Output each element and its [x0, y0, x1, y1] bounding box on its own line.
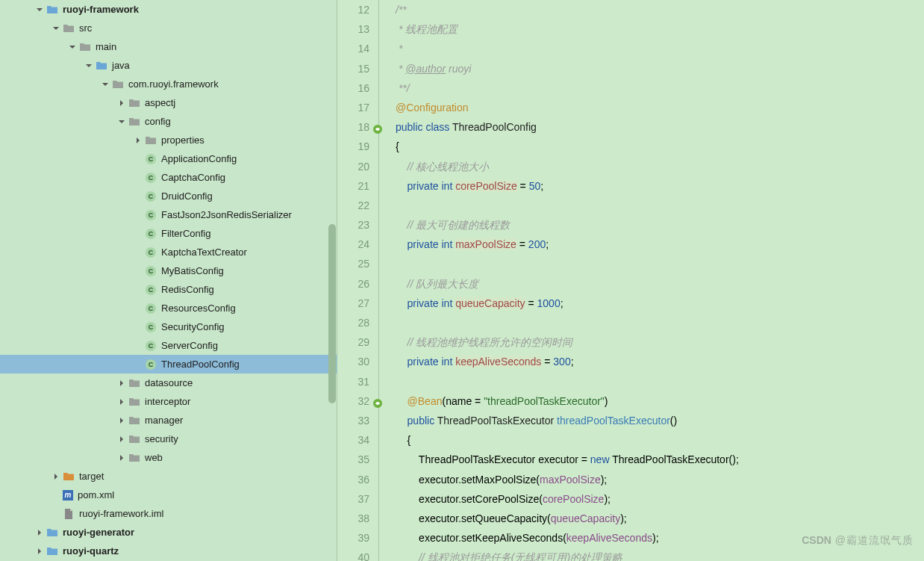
tree-item[interactable]: java [0, 56, 337, 75]
tree-item[interactable]: ruoyi-framework.iml [0, 504, 337, 523]
chevron-icon[interactable] [99, 78, 112, 91]
tree-item[interactable]: src [0, 19, 337, 37]
code-line[interactable]: /** [396, 0, 924, 19]
code-editor[interactable]: 1213141516171819202122232425262728293031… [337, 0, 924, 561]
code-line[interactable]: // 线程池对拒绝任务(无线程可用)的处理策略 [396, 548, 924, 561]
chevron-icon[interactable] [131, 302, 145, 315]
code-line[interactable]: executor.setCorePoolSize(corePoolSize); [396, 489, 924, 509]
chevron-icon[interactable] [49, 22, 63, 35]
chevron-icon[interactable] [49, 470, 63, 483]
code-line[interactable]: private int queueCapacity = 1000; [396, 294, 924, 313]
code-line[interactable]: ThreadPoolTaskExecutor executor = new Th… [396, 450, 924, 469]
chevron-icon[interactable] [33, 3, 46, 16]
chevron-icon[interactable] [115, 414, 128, 427]
class-icon: C [145, 153, 157, 165]
chevron-icon[interactable] [115, 115, 128, 128]
code-line[interactable] [396, 372, 924, 391]
code-line[interactable]: executor.setMaxPoolSize(maxPoolSize); [396, 470, 924, 489]
code-line[interactable]: // 线程池维护线程所允许的空闲时间 [396, 332, 924, 352]
tree-item[interactable]: web [0, 448, 337, 467]
code-area[interactable]: /** * 线程池配置 * * @author ruoyi **/@Config… [379, 0, 924, 561]
code-line[interactable]: { [396, 137, 924, 156]
tree-item[interactable]: ruoyi-quartz [0, 542, 337, 560]
folder-icon [128, 452, 140, 464]
tree-item[interactable]: mpom.xml [0, 486, 337, 504]
code-line[interactable] [396, 254, 924, 273]
tree-item[interactable]: interceptor [0, 392, 337, 411]
chevron-icon[interactable] [131, 358, 145, 371]
tree-item[interactable]: CMyBatisConfig [0, 261, 337, 280]
tree-item-label: DruidConfig [161, 190, 213, 202]
code-line[interactable]: // 队列最大长度 [396, 274, 924, 294]
tree-item[interactable]: CDruidConfig [0, 187, 337, 205]
chevron-icon[interactable] [66, 40, 79, 54]
tree-item[interactable]: CCaptchaConfig [0, 168, 337, 187]
tree-item[interactable]: ruoyi-framework [0, 0, 337, 19]
tree-item[interactable]: CResourcesConfig [0, 299, 337, 317]
tree-item[interactable]: CRedisConfig [0, 280, 337, 299]
tree-item[interactable]: CSecurityConfig [0, 317, 337, 336]
code-line[interactable]: public class ThreadPoolConfig [396, 117, 924, 137]
chevron-icon[interactable] [115, 433, 128, 446]
tree-item[interactable]: security [0, 430, 337, 448]
tree-item[interactable]: main [0, 37, 337, 56]
code-line[interactable]: private int maxPoolSize = 200; [396, 235, 924, 254]
chevron-icon[interactable] [131, 283, 145, 297]
chevron-icon[interactable] [131, 152, 145, 166]
chevron-icon[interactable] [131, 171, 145, 185]
chevron-icon[interactable] [33, 526, 46, 539]
code-line[interactable]: // 最大可创建的线程数 [396, 215, 924, 235]
spring-bean-icon[interactable] [372, 395, 383, 406]
code-line[interactable] [396, 313, 924, 332]
tree-item[interactable]: CKaptchaTextCreator [0, 243, 337, 261]
tree-item[interactable]: CFilterConfig [0, 224, 337, 243]
chevron-icon[interactable] [131, 227, 145, 241]
chevron-icon[interactable] [131, 320, 145, 334]
code-line[interactable]: public ThreadPoolTaskExecutor threadPool… [396, 411, 924, 430]
chevron-icon[interactable] [115, 376, 128, 390]
tree-item-label: target [79, 471, 104, 482]
chevron-icon[interactable] [131, 246, 145, 259]
chevron-icon[interactable] [131, 134, 145, 147]
spring-bean-icon[interactable] [372, 121, 383, 131]
tree-item[interactable]: com.ruoyi.framework [0, 75, 337, 93]
chevron-icon[interactable] [49, 507, 63, 521]
tree-item[interactable]: CServerConfig [0, 336, 337, 355]
tree-item[interactable]: CApplicationConfig [0, 149, 337, 168]
tree-item[interactable]: config [0, 112, 337, 131]
chevron-icon[interactable] [131, 208, 145, 222]
tree-item[interactable]: manager [0, 411, 337, 430]
tree-item[interactable]: aspectj [0, 93, 337, 112]
code-line[interactable]: private int corePoolSize = 50; [396, 176, 924, 196]
chevron-icon[interactable] [131, 190, 145, 203]
tree-item[interactable]: datasource [0, 374, 337, 392]
tree-item[interactable]: CFastJson2JsonRedisSerializer [0, 205, 337, 224]
code-line[interactable] [396, 196, 924, 215]
code-line[interactable]: @Configuration [396, 98, 924, 117]
code-line[interactable]: executor.setKeepAliveSeconds(keepAliveSe… [396, 528, 924, 548]
code-line[interactable]: { [396, 430, 924, 450]
code-line[interactable]: * [396, 39, 924, 58]
code-line[interactable]: * 线程池配置 [396, 19, 924, 39]
chevron-icon[interactable] [115, 395, 128, 409]
code-line[interactable]: private int keepAliveSeconds = 300; [396, 352, 924, 371]
chevron-icon[interactable] [82, 59, 96, 72]
code-line[interactable]: // 核心线程池大小 [396, 157, 924, 176]
tree-item[interactable]: CThreadPoolConfig [0, 355, 337, 374]
code-line[interactable]: @Bean(name = "threadPoolTaskExecutor") [396, 391, 924, 411]
chevron-icon[interactable] [131, 339, 145, 353]
chevron-icon[interactable] [115, 451, 128, 465]
line-number: 30 [337, 352, 369, 371]
chevron-icon[interactable] [131, 264, 145, 278]
tree-scrollbar[interactable] [328, 224, 336, 403]
code-line[interactable]: **/ [396, 78, 924, 98]
tree-item[interactable]: ruoyi-generator [0, 523, 337, 542]
tree-item[interactable]: target [0, 467, 337, 486]
chevron-icon[interactable] [115, 96, 128, 110]
code-line[interactable]: * @author ruoyi [396, 59, 924, 78]
code-line[interactable]: executor.setQueueCapacity(queueCapacity)… [396, 509, 924, 528]
project-tree[interactable]: ruoyi-frameworksrcmainjavacom.ruoyi.fram… [0, 0, 337, 561]
chevron-icon[interactable] [33, 545, 46, 558]
chevron-icon[interactable] [49, 489, 63, 502]
tree-item[interactable]: properties [0, 131, 337, 149]
